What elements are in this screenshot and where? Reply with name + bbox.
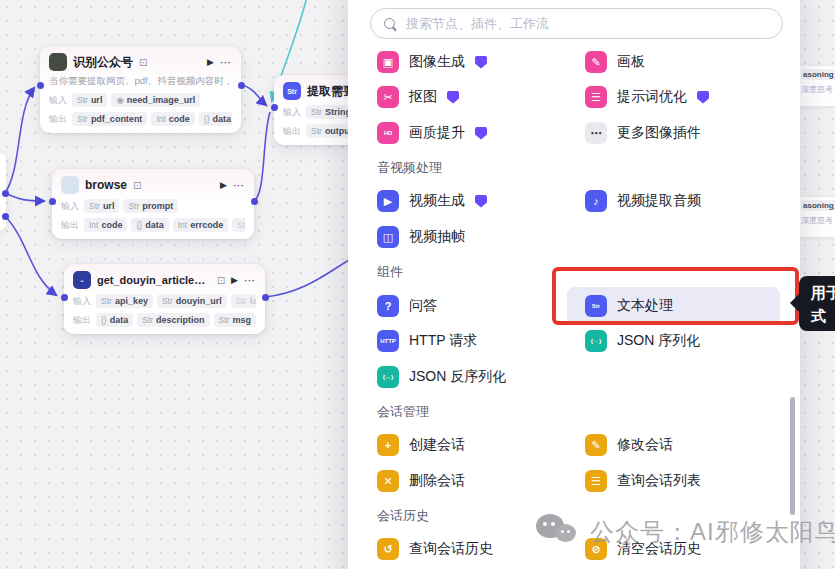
- output-label: 输出: [61, 219, 79, 232]
- port-dot[interactable]: [2, 213, 9, 220]
- hd-enhance-icon: HD: [377, 122, 399, 144]
- param-sub: 深度思考: [801, 215, 835, 226]
- palette-item-create-session[interactable]: +创建会话: [377, 427, 465, 463]
- palette-item-query-session-list[interactable]: ☰查询会话列表: [585, 463, 701, 499]
- image-generate-icon: ▣: [377, 51, 399, 73]
- premium-icon: [697, 91, 709, 104]
- port-dot[interactable]: [238, 82, 245, 89]
- workflow-node-partial[interactable]: asoning_co 深度思考: [797, 66, 835, 106]
- palette-item-text-process[interactable]: Str文本处理: [585, 288, 673, 324]
- port-dot[interactable]: [262, 294, 269, 301]
- port-dot[interactable]: [271, 104, 278, 111]
- palette-item-label: 画质提升: [409, 124, 465, 142]
- port-dot[interactable]: [49, 198, 56, 205]
- palette-item-prompt-optimize[interactable]: ☰提示词优化: [585, 79, 709, 115]
- param-tag: Strmsg: [214, 313, 256, 327]
- modify-session-icon: ✎: [585, 434, 607, 456]
- video-extract-audio-icon: ♪: [585, 190, 607, 212]
- palette-item-label: 视频提取音频: [617, 192, 701, 210]
- edge: [5, 216, 56, 295]
- palette-item-label: 修改会话: [617, 436, 673, 454]
- input-label: 输入: [49, 94, 67, 107]
- palette-item-more-image-plugins[interactable]: ⋯更多图像插件: [585, 115, 701, 151]
- palette-item-http-request[interactable]: HTTPHTTP 请求: [377, 323, 477, 359]
- workflow-node-partial[interactable]: asoning_co 深度思考: [797, 197, 835, 237]
- prompt-optimize-icon: ☰: [585, 86, 607, 108]
- palette-item-question-answer[interactable]: ?问答: [377, 288, 437, 324]
- run-node-button[interactable]: ▶: [220, 180, 227, 190]
- node-avatar: [61, 176, 79, 194]
- param-tag: Strprompt: [123, 199, 178, 213]
- delete-session-icon: ✕: [377, 470, 399, 492]
- palette-item-label: 视频抽帧: [409, 228, 465, 246]
- note-icon: ⊡: [133, 180, 141, 191]
- palette-item-hd-enhance[interactable]: HD画质提升: [377, 115, 487, 151]
- run-node-button[interactable]: ▶: [207, 57, 214, 67]
- node-menu-button[interactable]: ⋯: [233, 179, 245, 192]
- section-header: 会话历史: [377, 507, 429, 525]
- edge: [254, 112, 270, 201]
- palette-item-video-extract-audio[interactable]: ♪视频提取音频: [585, 183, 701, 219]
- search-icon: [383, 17, 397, 31]
- drawing-board-icon: ✎: [585, 51, 607, 73]
- clear-session-history-icon: ⊘: [585, 538, 607, 560]
- output-label: 输出: [49, 113, 67, 126]
- param-sub: 深度思考: [801, 84, 835, 95]
- scrollbar-thumb[interactable]: [790, 397, 795, 515]
- json-serialize-icon: {→}: [585, 330, 607, 352]
- param-tag: Intcode: [151, 112, 194, 126]
- palette-item-delete-session[interactable]: ✕删除会话: [377, 463, 465, 499]
- node-menu-button[interactable]: ⋯: [220, 56, 232, 69]
- palette-item-video-generate[interactable]: ▶视频生成: [377, 183, 487, 219]
- section-header: 组件: [377, 263, 403, 281]
- port-dot[interactable]: [251, 198, 258, 205]
- palette-item-label: 提示词优化: [617, 88, 687, 106]
- premium-icon: [475, 127, 487, 140]
- query-session-list-icon: ☰: [585, 470, 607, 492]
- create-session-icon: +: [377, 434, 399, 456]
- palette-item-modify-session[interactable]: ✎修改会话: [585, 427, 673, 463]
- palette-item-label: 创建会话: [409, 436, 465, 454]
- palette-item-json-deserialize[interactable]: {↔}JSON 反序列化: [377, 359, 506, 395]
- param-tag: asoning_co: [801, 200, 835, 211]
- workflow-node[interactable]: browse ⊡ ▶ ⋯ 输入StrurlStrprompt 输出Intcode…: [52, 169, 254, 239]
- note-icon: ⊡: [217, 275, 225, 286]
- palette-item-video-frame-extract[interactable]: ◫视频抽帧: [377, 219, 465, 255]
- palette-item-query-session-history[interactable]: ↺查询会话历史: [377, 531, 493, 567]
- search-input[interactable]: [406, 16, 770, 31]
- run-node-button[interactable]: ▶: [231, 275, 238, 285]
- http-request-icon: HTTP: [377, 330, 399, 352]
- premium-icon: [447, 91, 459, 104]
- port-dot[interactable]: [61, 294, 68, 301]
- param-tag: asoning_co: [801, 69, 835, 80]
- edge: [5, 193, 44, 201]
- node-description: 当你需要提取网页、pdf、抖音视频内容时，使用此工具。可…: [49, 75, 232, 88]
- param-tag: Intcode: [84, 218, 127, 232]
- output-label: 输出: [283, 125, 301, 138]
- palette-item-image-generate[interactable]: ▣图像生成: [377, 44, 487, 80]
- json-deserialize-icon: {↔}: [377, 366, 399, 388]
- node-palette-panel: ▣图像生成✎画板✂抠图☰提示词优化HD画质提升⋯更多图像插件音视频处理▶视频生成…: [348, 0, 800, 569]
- node-icon-text-process: Str: [283, 82, 301, 100]
- video-generate-icon: ▶: [377, 190, 399, 212]
- palette-item-json-serialize[interactable]: {→}JSON 序列化: [585, 323, 700, 359]
- section-header: 音视频处理: [377, 159, 442, 177]
- text-process-icon: Str: [585, 295, 607, 317]
- palette-item-label: 查询会话历史: [409, 540, 493, 558]
- port-dot[interactable]: [37, 82, 44, 89]
- search-box[interactable]: [370, 8, 783, 39]
- node-avatar: ⌁: [73, 271, 91, 289]
- param-tag: {}data: [199, 112, 232, 126]
- node-title: browse: [85, 178, 127, 192]
- palette-item-label: 问答: [409, 297, 437, 315]
- node-menu-button[interactable]: ⋯: [244, 274, 256, 287]
- question-answer-icon: ?: [377, 295, 399, 317]
- palette-item-label: 视频生成: [409, 192, 465, 210]
- workflow-node[interactable]: 识别公众号 ⊡ ▶ ⋯ 当你需要提取网页、pdf、抖音视频内容时，使用此工具。可…: [40, 46, 241, 133]
- workflow-node[interactable]: ⌁ get_douyin_article_voice_t⋯ ⊡ ▶ ⋯ 输入St…: [64, 264, 265, 334]
- palette-item-clear-session-history[interactable]: ⊘清空会话历史: [585, 531, 701, 567]
- palette-item-image-cutout[interactable]: ✂抠图: [377, 79, 459, 115]
- port-dot[interactable]: [2, 190, 9, 197]
- palette-item-drawing-board[interactable]: ✎画板: [585, 44, 645, 80]
- tooltip-line: 式: [811, 304, 835, 327]
